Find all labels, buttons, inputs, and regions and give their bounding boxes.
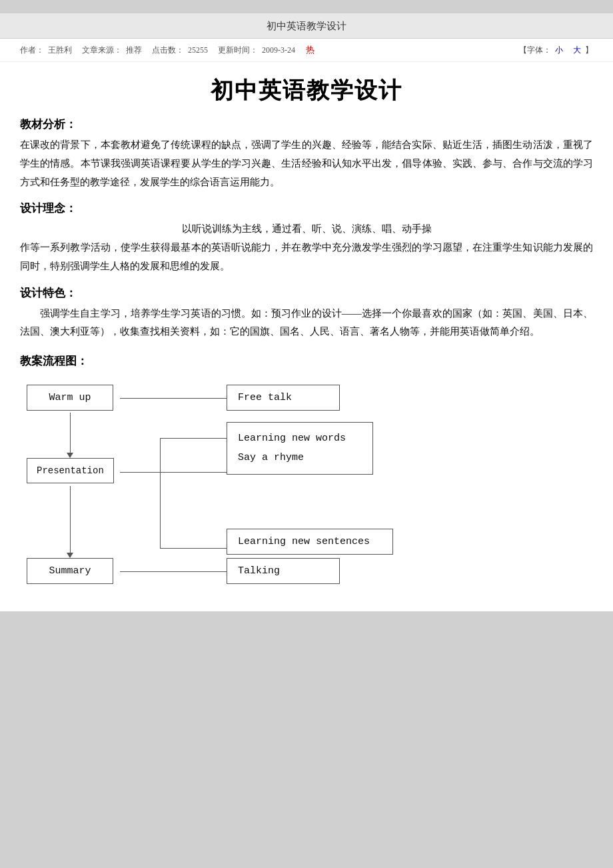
pres-bracket-vline xyxy=(160,438,161,548)
page: 初中英语教学设计 作者： 王胜利 文章来源： 推荐 点击数： 25255 更新时… xyxy=(0,13,613,611)
warmup-pres-vline xyxy=(70,413,71,453)
presentation-box: Presentation xyxy=(27,458,114,483)
summary-box: Summary xyxy=(27,558,113,584)
free-talk-box: Free talk xyxy=(227,385,340,411)
warm-up-box: Warm up xyxy=(27,385,113,411)
top-bar: 初中英语教学设计 xyxy=(0,13,613,39)
meta-bar: 作者： 王胜利 文章来源： 推荐 点击数： 25255 更新时间： 2009-3… xyxy=(0,39,613,62)
author-label: 作者： xyxy=(20,45,44,56)
font-label: 【字体： xyxy=(519,45,551,55)
summary-talking-hline xyxy=(120,571,227,572)
section-body-3: 强调学生自主学习，培养学生学习英语的习惯。如：预习作业的设计——选择一个你最喜欢… xyxy=(20,305,593,342)
main-content: 初中英语教学设计 教材分析： 在课改的背景下，本套教材避免了传统课程的缺点，强调… xyxy=(0,62,613,611)
learning-sentences-box: Learning new sentences xyxy=(227,529,393,555)
pres-to-sentences-hline xyxy=(160,548,227,549)
pres-summary-vline xyxy=(70,486,71,553)
update-value: 2009-3-24 xyxy=(262,45,295,55)
font-end: 】 xyxy=(585,45,593,55)
meta-info: 作者： 王胜利 文章来源： 推荐 点击数： 25255 更新时间： 2009-3… xyxy=(20,44,314,56)
source-label: 文章来源： xyxy=(82,45,122,56)
views-label: 点击数： xyxy=(152,45,184,56)
section-body-1: 在课改的背景下，本套教材避免了传统课程的缺点，强调了学生的兴趣、经验等，能结合实… xyxy=(20,136,593,191)
hot-badge: 热 xyxy=(306,44,314,56)
pres-to-words-hline xyxy=(160,438,227,439)
learning-new-words-text: Learning new words xyxy=(238,429,362,449)
section-body-2-center: 以听说训练为主线，通过看、听、说、演练、唱、动手操 xyxy=(20,220,593,239)
flowchart-section: 教案流程图： Warm up Free talk Presenta xyxy=(20,353,593,591)
flowchart-diagram: Warm up Free talk Presentation xyxy=(27,378,493,591)
views-value: 25255 xyxy=(188,45,208,55)
top-bar-title: 初中英语教学设计 xyxy=(267,21,346,31)
font-small-button[interactable]: 小 xyxy=(555,45,563,55)
section-heading-2: 设计理念： xyxy=(20,201,593,216)
section-heading-3: 设计特色： xyxy=(20,285,593,301)
section-heading-1: 教材分析： xyxy=(20,117,593,132)
update-label: 更新时间： xyxy=(218,45,258,56)
main-title: 初中英语教学设计 xyxy=(20,75,593,106)
font-large-button[interactable]: 大 xyxy=(573,45,581,55)
pres-hline-top xyxy=(120,472,160,473)
warmup-pres-arrowhead xyxy=(67,453,73,458)
pres-to-rhyme-hline xyxy=(160,472,227,473)
section-body-2: 作等一系列教学活动，使学生获得最基本的英语听说能力，并在教学中充分激发学生强烈的… xyxy=(20,239,593,276)
pres-summary-arrowhead xyxy=(67,553,73,558)
font-size-controls: 【字体： 小 大 】 xyxy=(519,45,593,56)
warmup-freetalk-hline xyxy=(120,398,227,399)
source-value: 推荐 xyxy=(126,45,142,56)
learning-words-box: Learning new words Say a rhyme xyxy=(227,422,373,475)
flowchart-heading: 教案流程图： xyxy=(20,353,593,369)
say-rhyme-text: Say a rhyme xyxy=(238,449,362,468)
talking-box: Talking xyxy=(227,558,340,584)
author-value: 王胜利 xyxy=(48,45,72,56)
